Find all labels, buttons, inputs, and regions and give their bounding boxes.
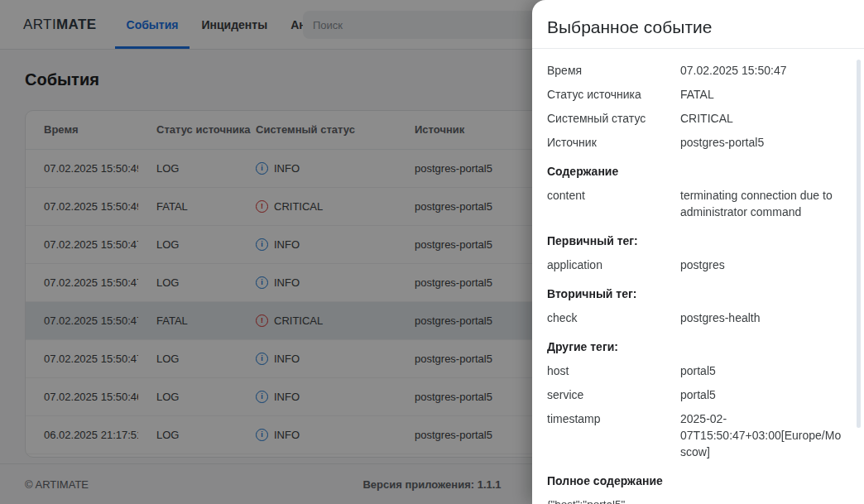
detail-field-label: check bbox=[547, 310, 680, 326]
detail-raw-line: {"host":"portal5" bbox=[547, 497, 842, 504]
detail-field-value: postgres bbox=[680, 257, 842, 273]
detail-field-label: timestamp bbox=[547, 410, 680, 460]
detail-field-value: terminating connection due to administra… bbox=[680, 187, 842, 220]
detail-section-header: Полное содержание bbox=[547, 473, 842, 489]
detail-field-row: Источникpostgres-portal5 bbox=[547, 134, 842, 151]
detail-field-label: Время bbox=[547, 62, 680, 79]
detail-section-header: Вторичный тег: bbox=[547, 286, 842, 302]
detail-field-value: 07.02.2025 15:50:47 bbox=[680, 62, 842, 79]
detail-field-value: portal5 bbox=[680, 386, 842, 403]
detail-field-row: checkpostgres-health bbox=[547, 310, 842, 326]
detail-field-row: serviceportal5 bbox=[547, 386, 842, 403]
detail-field-row: timestamp2025-02-07T15:50:47+03:00[Europ… bbox=[547, 410, 842, 460]
detail-field-row: Системный статусCRITICAL bbox=[547, 110, 842, 127]
panel-scrollbar[interactable] bbox=[857, 60, 861, 428]
detail-field-label: host bbox=[547, 362, 680, 379]
panel-body: Время07.02.2025 15:50:47Статус источника… bbox=[532, 49, 864, 504]
detail-field-value: postgres-health bbox=[680, 310, 842, 326]
detail-field-value: FATAL bbox=[680, 86, 842, 103]
detail-field-label: Системный статус bbox=[547, 110, 680, 127]
event-detail-panel: Выбранное событие Время07.02.2025 15:50:… bbox=[532, 0, 864, 504]
detail-field-row: contentterminating connection due to adm… bbox=[547, 187, 842, 220]
detail-section-header: Первичный тег: bbox=[547, 233, 842, 249]
detail-field-label: Статус источника bbox=[547, 86, 680, 103]
detail-field-value: CRITICAL bbox=[680, 110, 842, 127]
detail-field-value: postgres-portal5 bbox=[680, 134, 842, 151]
detail-field-label: service bbox=[547, 386, 680, 403]
detail-section-header: Содержание bbox=[547, 163, 842, 180]
detail-field-row: applicationpostgres bbox=[547, 257, 842, 273]
detail-field-label: Источник bbox=[547, 134, 680, 151]
detail-section-header: Другие теги: bbox=[547, 338, 842, 355]
detail-field-value: 2025-02-07T15:50:47+03:00[Europe/Moscow] bbox=[680, 410, 842, 460]
detail-field-label: content bbox=[547, 187, 680, 220]
detail-field-label: application bbox=[547, 257, 680, 273]
detail-field-value: portal5 bbox=[680, 362, 842, 379]
detail-field-row: hostportal5 bbox=[547, 362, 842, 379]
detail-field-row: Статус источникаFATAL bbox=[547, 86, 842, 103]
detail-field-row: Время07.02.2025 15:50:47 bbox=[547, 62, 842, 79]
panel-title: Выбранное событие bbox=[532, 0, 864, 48]
